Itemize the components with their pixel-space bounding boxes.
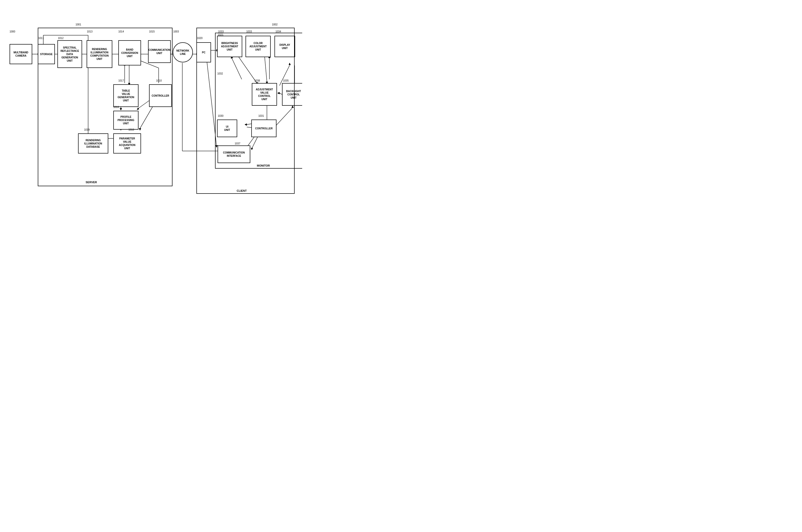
container-client — [197, 28, 295, 194]
box-network-line: NETWORKLINE — [173, 42, 193, 62]
ref-1000: 1000 — [10, 30, 15, 33]
ref-1001: 1001 — [76, 23, 81, 26]
label-client: CLIENT — [237, 189, 247, 192]
ref-1003: 1003 — [173, 30, 179, 33]
ref-1032: 1032 — [217, 72, 223, 75]
container-server — [38, 28, 172, 186]
box-multiband-camera: MULTIBANDCAMERA — [10, 44, 32, 64]
ref-1002: 1002 — [272, 23, 278, 26]
label-server: SERVER — [86, 181, 97, 184]
diagram: 1000 MULTIBANDCAMERA 1011 STORAGE 1012 S… — [5, 5, 297, 196]
